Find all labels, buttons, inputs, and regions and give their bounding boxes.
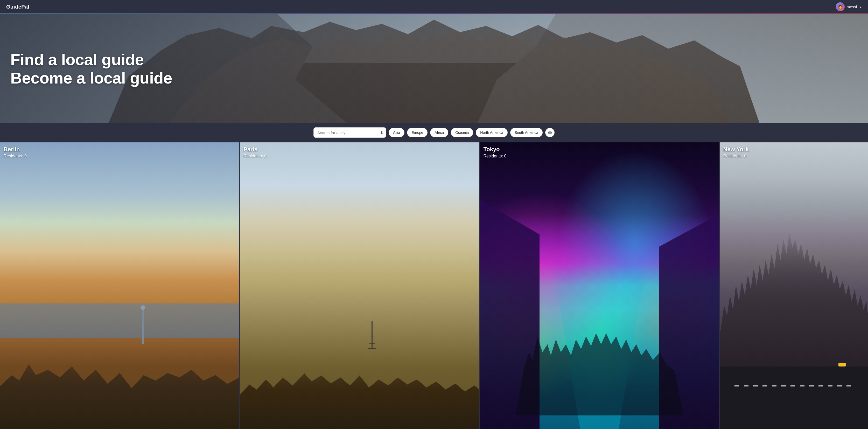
newyork-taxi xyxy=(838,363,846,367)
newyork-info: New York Residents: 0 xyxy=(723,146,749,158)
brand-logo[interactable]: GuidePal xyxy=(6,4,29,10)
filter-south-america[interactable]: South America xyxy=(510,128,542,137)
filter-asia[interactable]: Asia xyxy=(389,128,404,137)
tokyo-name: Tokyo xyxy=(483,146,506,153)
newyork-residents: Residents: 0 xyxy=(723,154,749,158)
hero-text-block: Find a local guide Become a local guide xyxy=(10,50,172,87)
username-label: messi xyxy=(847,5,857,9)
tokyo-residents: Residents: 0 xyxy=(483,154,506,158)
filter-north-america[interactable]: North America xyxy=(476,128,508,137)
berlin-info: Berlin Residents: 0 xyxy=(4,146,27,158)
city-card-berlin[interactable]: Berlin Residents: 0 xyxy=(0,143,239,429)
paris-info: Paris Residents: 0 xyxy=(243,146,267,158)
user-menu[interactable]: 🧑 messi ∨ xyxy=(836,2,862,11)
hero-section: Find a local guide Become a local guide xyxy=(0,14,868,123)
paris-residents: Residents: 0 xyxy=(243,154,267,158)
berlin-name: Berlin xyxy=(4,146,27,153)
city-grid: Berlin Residents: 0 Paris Residents: 0 xyxy=(0,143,868,429)
navbar: GuidePal 🧑 messi ∨ xyxy=(0,0,868,13)
avatar: 🧑 xyxy=(836,2,845,11)
avatar-image: 🧑 xyxy=(836,2,845,11)
berlin-residents: Residents: 0 xyxy=(4,154,27,158)
tokyo-info: Tokyo Residents: 0 xyxy=(483,146,506,158)
hero-title: Find a local guide Become a local guide xyxy=(10,50,172,87)
chevron-down-icon: ∨ xyxy=(860,5,862,8)
paris-eiffel-base2 xyxy=(369,343,375,344)
newyork-zebra-crossing xyxy=(735,386,853,387)
filter-europe[interactable]: Europe xyxy=(407,128,428,137)
berlin-tv-tower-antenna xyxy=(143,297,143,306)
berlin-tv-tower-body xyxy=(142,310,144,344)
paris-eiffel-mid xyxy=(370,336,374,336)
search-input[interactable] xyxy=(313,127,386,138)
newyork-name: New York xyxy=(723,146,749,153)
paris-eiffel-base1 xyxy=(368,348,376,349)
city-card-tokyo[interactable]: Tokyo Residents: 0 xyxy=(479,143,719,429)
clear-filters-button[interactable]: ⊗ xyxy=(545,128,555,137)
newyork-street xyxy=(720,367,868,429)
city-card-paris[interactable]: Paris Residents: 0 xyxy=(239,143,479,429)
search-filter-bar: ⬇ Asia Europe Africa Oceania North Ameri… xyxy=(0,123,868,143)
filter-africa[interactable]: Africa xyxy=(430,128,448,137)
paris-name: Paris xyxy=(243,146,267,153)
city-card-newyork[interactable]: New York Residents: 0 xyxy=(719,143,868,429)
search-input-wrapper: ⬇ xyxy=(313,127,386,138)
berlin-river xyxy=(0,303,239,338)
close-icon: ⊗ xyxy=(548,130,552,135)
filter-oceania[interactable]: Oceania xyxy=(451,128,473,137)
paris-eiffel-top xyxy=(372,314,372,321)
paris-eiffel-body xyxy=(372,321,373,349)
